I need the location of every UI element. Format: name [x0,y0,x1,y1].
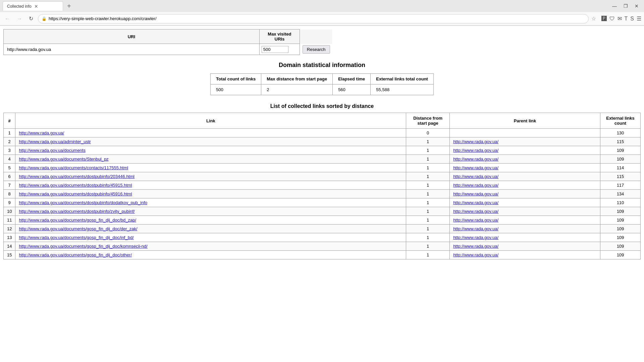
link-anchor[interactable]: http://www.rada.gov.ua/documents/dostpub… [19,209,135,214]
max-uri-input-cell [259,44,300,55]
table-row: 3http://www.rada.gov.ua/documents1http:/… [4,146,641,155]
table-cell: 1 [406,242,450,251]
table-cell: http://www.rada.gov.ua/documents/gosp_fi… [15,216,406,225]
table-cell: 1 [406,190,450,198]
table-cell: http://www.rada.gov.ua/ [15,129,406,137]
table-cell: http://www.rada.gov.ua/documents/dostpub… [15,181,406,190]
link-anchor[interactable]: http://www.rada.gov.ua/documents/dostpub… [19,183,132,188]
table-cell: 1 [406,233,450,242]
table-cell: 4 [4,155,15,164]
link-anchor[interactable]: http://www.rada.gov.ua/ [453,244,498,249]
tab-bar: Collected info ✕ + — ❐ ✕ [0,0,644,12]
links-list-title: List of collected links sorted by distan… [3,103,641,109]
table-cell: 14 [4,242,15,251]
link-anchor[interactable]: http://www.rada.gov.ua/ [453,157,498,162]
table-cell: http://www.rada.gov.ua/documents/dostpub… [15,190,406,198]
table-cell: 1 [406,155,450,164]
link-anchor[interactable]: http://www.rada.gov.ua/documents/gosp_fi… [19,218,136,223]
link-anchor[interactable]: http://www.rada.gov.ua/adminter_ustr [19,139,91,144]
close-button[interactable]: ✕ [632,3,641,9]
links-header: Distance from start page [406,113,450,129]
table-row: 10http://www.rada.gov.ua/documents/dostp… [4,207,641,216]
research-column-header [300,29,332,44]
refresh-button[interactable]: ↻ [27,14,35,23]
link-anchor[interactable]: http://www.rada.gov.ua/ [453,200,498,205]
table-cell: 115 [600,172,641,181]
table-row: 9http://www.rada.gov.ua/documents/dostpu… [4,198,641,207]
browser-tab[interactable]: Collected info ✕ [3,1,63,11]
menu-icon[interactable]: ☰ [637,15,641,22]
link-anchor[interactable]: http://www.rada.gov.ua/ [453,165,498,170]
table-cell: 3 [4,146,15,155]
back-button[interactable]: ← [3,14,12,23]
table-row: 4http://www.rada.gov.ua/documents/Stenbu… [4,155,641,164]
link-anchor[interactable]: http://www.rada.gov.ua/documents/Stenbul… [19,157,108,162]
address-input[interactable] [49,16,585,21]
links-header: External links count [600,113,641,129]
pocket-icon[interactable]: 🅿 [601,16,607,22]
table-cell: 1 [406,198,450,207]
table-row: 12http://www.rada.gov.ua/documents/gosp_… [4,225,641,233]
table-cell: 13 [4,233,15,242]
link-anchor[interactable]: http://www.rada.gov.ua/documents/gosp_fi… [19,252,132,257]
link-anchor[interactable]: http://www.rada.gov.ua/documents/gosp_fi… [19,244,147,249]
links-header: Link [15,113,406,129]
table-cell: 1 [406,225,450,233]
max-uri-input[interactable] [262,46,288,53]
link-anchor[interactable]: http://www.rada.gov.ua/ [19,130,64,135]
tab-title: Collected info [7,4,32,9]
uri-input[interactable] [6,46,257,53]
table-cell: http://www.rada.gov.ua/ [450,190,600,198]
skype-icon[interactable]: S [630,16,634,22]
table-cell: http://www.rada.gov.ua/documents/dostpub… [15,207,406,216]
table-row: 15http://www.rada.gov.ua/documents/gosp_… [4,251,641,259]
bookmark-icon[interactable]: ☆ [591,15,596,22]
table-cell: http://www.rada.gov.ua/ [450,137,600,146]
table-cell: http://www.rada.gov.ua/ [450,242,600,251]
uri-input-cell [4,44,260,55]
table-cell: http://www.rada.gov.ua/ [450,198,600,207]
table-cell: http://www.rada.gov.ua/documents/gosp_fi… [15,225,406,233]
stats-value: 2 [261,84,333,95]
link-anchor[interactable]: http://www.rada.gov.ua/documents [19,148,85,153]
link-anchor[interactable]: http://www.rada.gov.ua/ [453,174,498,179]
stats-value: 560 [333,84,371,95]
link-anchor[interactable]: http://www.rada.gov.ua/documents/gosp_fi… [19,226,137,231]
table-cell: http://www.rada.gov.ua/ [450,164,600,172]
minimize-button[interactable]: — [609,3,620,9]
link-anchor[interactable]: http://www.rada.gov.ua/ [453,139,498,144]
link-anchor[interactable]: http://www.rada.gov.ua/documents/dostpub… [19,200,147,205]
link-anchor[interactable]: http://www.rada.gov.ua/ [453,183,498,188]
link-anchor[interactable]: http://www.rada.gov.ua/documents/dostpub… [19,174,134,179]
stats-value: 500 [211,84,261,95]
table-cell: 1 [406,216,450,225]
table-cell: 109 [600,242,641,251]
link-anchor[interactable]: http://www.rada.gov.ua/ [453,235,498,240]
table-row: 13http://www.rada.gov.ua/documents/gosp_… [4,233,641,242]
tab-close-icon[interactable]: ✕ [34,4,38,9]
table-row: 8http://www.rada.gov.ua/documents/dostpu… [4,190,641,198]
stats-header: Max distance from start page [261,74,333,84]
mail-icon[interactable]: ✉ [618,15,622,22]
link-anchor[interactable]: http://www.rada.gov.ua/ [453,218,498,223]
link-anchor[interactable]: http://www.rada.gov.ua/documents/contact… [19,165,128,170]
link-anchor[interactable]: http://www.rada.gov.ua/ [453,252,498,257]
table-cell: 109 [600,225,641,233]
research-button[interactable]: Research [303,45,330,54]
link-anchor[interactable]: http://www.rada.gov.ua/documents/gosp_fi… [19,235,133,240]
restore-button[interactable]: ❐ [621,3,631,9]
table-cell: 0 [406,129,450,137]
translate-icon[interactable]: T [625,16,628,22]
table-cell: 1 [4,129,15,137]
new-tab-button[interactable]: + [64,2,74,10]
link-anchor[interactable]: http://www.rada.gov.ua/ [453,148,498,153]
shield-icon[interactable]: 🛡 [609,16,615,22]
link-anchor[interactable]: http://www.rada.gov.ua/ [453,191,498,196]
uri-column-header: URI [4,29,260,44]
link-anchor[interactable]: http://www.rada.gov.ua/documents/dostpub… [19,191,132,196]
table-cell: 109 [600,155,641,164]
table-cell: 115 [600,137,641,146]
forward-button[interactable]: → [15,14,24,23]
link-anchor[interactable]: http://www.rada.gov.ua/ [453,209,498,214]
link-anchor[interactable]: http://www.rada.gov.ua/ [453,226,498,231]
